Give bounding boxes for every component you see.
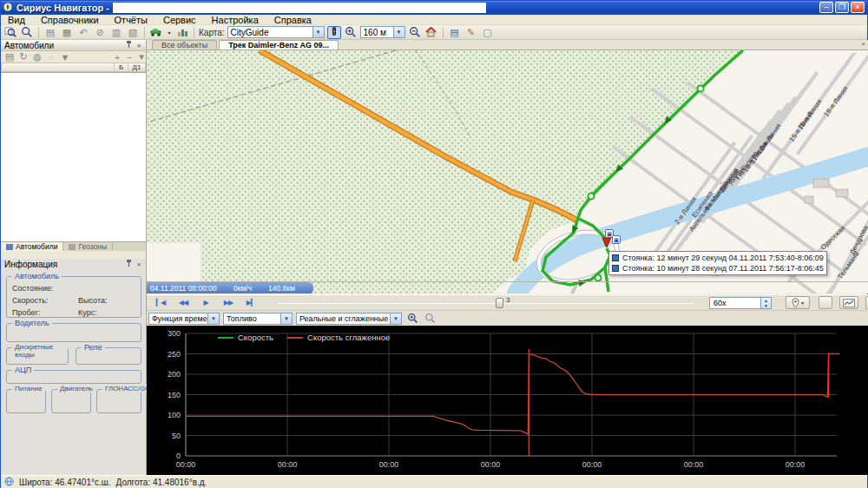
- timeline-datetime: 04.11.2011 08:00:00: [150, 284, 217, 293]
- disabled-refresh-icon: ↻: [18, 50, 29, 63]
- tab-track[interactable]: Трек Daimler-Benz AG 09...: [219, 40, 339, 49]
- zoom-window-icon[interactable]: [3, 26, 17, 39]
- chevron-down-icon[interactable]: ▾: [166, 26, 173, 39]
- menu-item-servis[interactable]: Сервис: [163, 15, 196, 25]
- menu-item-spravka[interactable]: Справка: [274, 15, 312, 25]
- toggle-button[interactable]: [819, 296, 832, 309]
- chart-zoom-out-icon[interactable]: [423, 312, 437, 325]
- minimize-button[interactable]: –: [819, 2, 833, 13]
- chevron-down-icon[interactable]: ▾: [280, 313, 292, 324]
- playback-slider-track[interactable]: [279, 303, 694, 304]
- placemark-button[interactable]: ▾: [786, 296, 810, 309]
- chevron-down-icon[interactable]: ▾: [393, 27, 404, 37]
- close-panel-icon[interactable]: ×: [134, 260, 144, 269]
- chart-legend: Скорость Скорость сглаженное: [218, 333, 390, 342]
- speed-chart-canvas: 05010015020025030000:0000:0000:0000:0000…: [147, 326, 868, 475]
- disabled-tool-icon: ⊘: [93, 26, 107, 39]
- x-tick-label: 00:00: [176, 460, 196, 469]
- status-latitude: Широта: 46.47401°с.ш.: [19, 478, 111, 487]
- globe-icon: [4, 477, 14, 488]
- legend-speed-smoothed: Скорость сглаженное: [287, 333, 390, 342]
- playback-speed-value: 60x: [713, 299, 727, 307]
- tooltip-row[interactable]: Стоянка: 10 минут 28 секунд 07.11.2011 7…: [612, 263, 824, 274]
- edit-icon[interactable]: ✎: [464, 26, 478, 39]
- skip-start-button[interactable]: ▎◀: [152, 297, 169, 309]
- field-state: Состояние:: [12, 284, 53, 293]
- menu-item-vid[interactable]: Вид: [8, 15, 25, 25]
- play-button[interactable]: ▶: [197, 297, 214, 309]
- disabled-tool-icon: ▦: [60, 26, 74, 39]
- tooltip-row[interactable]: Стоянка: 12 минут 29 секунд 04.11.2011 7…: [612, 253, 824, 263]
- disabled-globe-icon: ◍: [32, 50, 43, 63]
- playback-slider-handle[interactable]: [496, 298, 503, 308]
- tab-all-objects[interactable]: Все объекты: [152, 40, 217, 49]
- pin-icon[interactable]: [123, 260, 134, 269]
- menu-item-nastroyka[interactable]: Настройка: [212, 15, 259, 25]
- pin-icon[interactable]: [123, 41, 134, 50]
- playback-speed-spinner[interactable]: 60x ▲▼: [709, 297, 772, 309]
- map-scale-select[interactable]: 160 м ▾: [360, 26, 405, 38]
- parameter-select[interactable]: Топливо ▾: [223, 313, 293, 325]
- home-icon[interactable]: [424, 26, 438, 39]
- menu-item-otchety[interactable]: Отчёты: [115, 15, 148, 25]
- disabled-tool-icon: ↶: [76, 26, 90, 39]
- zoom-in-icon[interactable]: [344, 26, 358, 39]
- rewind-button[interactable]: ◀◀: [174, 297, 192, 309]
- map-view[interactable]: 18-я Линия16-я Линия15-я Линия12-я Линия…: [147, 50, 868, 293]
- vehicle-icon[interactable]: [149, 26, 163, 39]
- chevron-down-icon[interactable]: ▾: [312, 27, 324, 37]
- group-power: Питание: [6, 389, 46, 413]
- disabled-tool-icon: ▧: [126, 26, 140, 39]
- remove-icon[interactable]: −: [125, 50, 134, 63]
- group-gps: ГЛОНАСС/GPS: [96, 389, 141, 413]
- track-progress-bar[interactable]: 04.11.2011 08:00:00 0км/ч 140.8км: [147, 281, 868, 293]
- stops-tooltip: Стоянка: 12 минут 29 секунд 04.11.2011 7…: [608, 251, 827, 275]
- info-panel-title: Информация: [4, 260, 57, 269]
- field-speed: Скорость:: [12, 296, 48, 305]
- column-name[interactable]: [1, 63, 115, 72]
- skip-end-button[interactable]: ▶▎: [242, 297, 260, 309]
- chevron-down-icon[interactable]: ▾: [207, 313, 219, 324]
- group-adc: АЦП: [6, 370, 141, 384]
- close-panel-icon[interactable]: ×: [134, 41, 144, 50]
- title-bar[interactable]: Сириус Навигатор - – ❐ ×: [1, 1, 867, 15]
- speed-chart[interactable]: 05010015020025030000:0000:0000:0000:0000…: [147, 326, 868, 475]
- tab-geozones[interactable]: Геозоны: [63, 242, 113, 251]
- disabled-tool-icon: ▥: [109, 26, 123, 39]
- add-icon[interactable]: +: [113, 50, 122, 63]
- disabled-filter-icon: ▼: [60, 50, 70, 63]
- group-driver: Водитель: [6, 323, 141, 342]
- more-icon[interactable]: ▾: [137, 50, 146, 63]
- vehicles-list[interactable]: [1, 72, 146, 241]
- group-discrete-inputs: Дискретные входы: [6, 347, 69, 365]
- close-button[interactable]: ×: [851, 2, 865, 13]
- menu-item-spravochniki[interactable]: Справочники: [41, 15, 99, 25]
- chart-window-button[interactable]: [839, 296, 858, 309]
- app-icon: [3, 2, 13, 14]
- stop-info-text: Стоянка: 12 минут 29 секунд 04.11.2011 7…: [622, 254, 824, 262]
- tab-vehicles[interactable]: Автомобили: [1, 242, 63, 251]
- fast-forward-button[interactable]: ▶▶: [220, 297, 237, 309]
- zoom-out-icon[interactable]: [408, 26, 422, 39]
- function-select[interactable]: Функция времени ▾: [148, 313, 220, 325]
- column-d1[interactable]: Д1: [128, 63, 146, 72]
- chevron-down-icon[interactable]: ▾: [390, 313, 401, 324]
- disabled-print-icon: ▤: [4, 50, 15, 63]
- title-redaction: [113, 3, 486, 13]
- spinner-arrows-icon[interactable]: ▲▼: [760, 298, 771, 308]
- values-mode-select[interactable]: Реальные и сглаженные значен ▾: [296, 313, 402, 325]
- timeline-speed: 0км/ч: [233, 284, 252, 293]
- chart-zoom-in-icon[interactable]: [405, 312, 419, 325]
- window-title: Сириус Навигатор -: [16, 3, 109, 13]
- column-b[interactable]: Б: [115, 63, 128, 72]
- chart-tool-icon[interactable]: [175, 26, 189, 39]
- track-cursor-tool-button[interactable]: [327, 26, 341, 39]
- zoom-icon[interactable]: [20, 26, 34, 39]
- map-select[interactable]: CityGuide ▾: [227, 26, 325, 38]
- disabled-tool-icon: ▤: [43, 26, 57, 39]
- tab-close-button[interactable]: ×: [861, 40, 865, 49]
- list-icon[interactable]: ▤: [448, 26, 462, 39]
- y-tick-label: 150: [168, 391, 181, 399]
- stop-marker-icon[interactable]: ▣: [612, 235, 621, 244]
- maximize-button[interactable]: ❐: [835, 2, 849, 13]
